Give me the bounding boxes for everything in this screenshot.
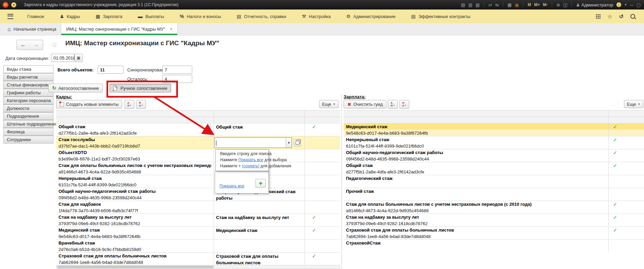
combobox-open-button[interactable] <box>294 139 301 146</box>
link-get-icon[interactable]: ⇄ <box>488 2 492 7</box>
table-row[interactable]: Стаж на надбавку за выслугу лет3793f79d-… <box>344 214 644 226</box>
table-row[interactable]: Стаж госслужбыd37fd7ae-dac1-443b-bbb2-0a… <box>56 136 340 149</box>
memory-mminus-button[interactable]: M- <box>543 2 548 7</box>
horizontal-scrollbar[interactable] <box>56 265 340 269</box>
calculator-icon[interactable]: ▦ <box>508 2 512 7</box>
add-new-button[interactable]: + <box>255 179 266 188</box>
table-row[interactable]: Непрерывный стаж6101c7fa-524f-44ff-8399-… <box>344 136 644 149</box>
table-row[interactable]: Стаж на надбавку за выслугу лет3793f79d-… <box>56 214 340 226</box>
main-menu-icon[interactable] <box>7 14 13 19</box>
search-icon[interactable] <box>630 14 635 19</box>
table-row[interactable]: Общий научно-педагогический стаж работы0… <box>56 188 340 201</box>
menu-item-5[interactable]: %Налоги и взносы <box>172 10 229 23</box>
sort-desc-button[interactable]: ЯА↓ <box>136 100 146 109</box>
table-row[interactable]: Педагогический стаж <box>344 175 644 188</box>
table-row[interactable]: Страховой стаж для оплаты больничных лис… <box>344 226 644 239</box>
menu-item-9[interactable]: ▤Эффективные контракты <box>403 10 478 23</box>
table-row[interactable]: Общий стажd277f5b1-2a8e-4dfa-afe3-2f6142… <box>344 162 644 175</box>
info-icon[interactable]: i <box>616 2 621 7</box>
table-row[interactable]: Стаж для оплаты больничных листов с учет… <box>344 201 644 214</box>
back-button[interactable]: ← <box>16 40 30 50</box>
right-more-button[interactable]: Еще ▼ <box>624 100 643 108</box>
current-user[interactable]: ♟ Администратор <box>576 2 613 7</box>
link-go-icon[interactable]: ⇆ <box>495 2 499 7</box>
calendar-icon[interactable]: ▣ <box>515 2 519 7</box>
sidebar-item-3[interactable]: Статьи финансирования <box>3 81 53 89</box>
print-icon[interactable]: ▥ <box>468 2 472 7</box>
sidebar-item-8[interactable]: Штатные подразделения <box>3 120 53 128</box>
tab-close-icon[interactable]: × <box>170 27 173 32</box>
combobox-dropdown-button[interactable]: ▼ <box>286 138 292 148</box>
create-inline-link[interactable]: (создать) <box>242 164 259 168</box>
add-favorite-icon[interactable]: ☆ <box>51 40 58 49</box>
table-row[interactable]: Стаж для оплаты больничных листов с учет… <box>56 162 340 175</box>
sidebar-item-2[interactable]: Виды расчетов <box>3 73 53 81</box>
create-elements-button[interactable]: Создать новые элементы <box>56 100 122 108</box>
menu-item-2[interactable]: ♟Кадры <box>52 10 88 23</box>
favorites-icon[interactable]: ☆ <box>607 13 612 20</box>
history-icon[interactable]: ↺ <box>619 13 624 20</box>
table-row[interactable]: Стаж для надбавок1f4da778-3a70-4439-b506… <box>56 201 340 214</box>
table-row[interactable]: Медицинский стаж9e548c63-d017-4e4a-b683-… <box>344 123 644 136</box>
table-row[interactable]: Непрерывный стаж6101c7fa-524f-44ff-8399-… <box>56 175 340 188</box>
calendar-picker-button[interactable]: ▣ <box>75 54 83 62</box>
save-icon[interactable]: ▤ <box>461 2 465 7</box>
sidebar-item-1[interactable]: Виды стажа <box>3 65 53 73</box>
sidebar-item-10[interactable]: Сотрудники <box>3 136 53 144</box>
panel-splitter[interactable] <box>342 95 342 269</box>
sidebar-item-9[interactable]: Физлица <box>3 128 53 136</box>
memory-mplus-button[interactable]: M+ <box>534 2 540 7</box>
menu-item-3[interactable]: ▦Зарплата <box>88 10 130 23</box>
system-menu-icon[interactable]: ▼ <box>11 2 16 7</box>
sidebar-item-7[interactable]: Подразделения <box>3 112 53 120</box>
minimize-button[interactable]: ─ <box>630 2 633 7</box>
table-row[interactable]: Общий стажd277f5b1-2a8e-4dfa-afe3-2f6142… <box>56 123 340 136</box>
mapped-value-combobox[interactable]: ▼ <box>214 137 292 148</box>
sidebar-item-4[interactable]: Графики работы <box>3 89 53 97</box>
info-dropdown-icon[interactable]: ▼ <box>624 3 627 6</box>
sync-checkmark: ✓ <box>613 227 617 233</box>
tab-sync-wizard[interactable]: ИМЦ: Мастер синхронизации с ГИС "Кадры М… <box>61 23 178 35</box>
sync-date-input[interactable]: 01.05.2018 <box>51 54 75 62</box>
left-more-button[interactable]: Еще ▼ <box>319 100 338 108</box>
show-all-link[interactable]: Показать все <box>219 184 244 188</box>
print-preview-icon[interactable]: ▧ <box>476 2 480 7</box>
clear-guid-button[interactable]: ✖ Очистить гуид <box>344 100 386 108</box>
show-all-inline-link[interactable]: Показать все <box>238 157 263 162</box>
remaining-input[interactable]: 4 <box>162 75 192 83</box>
total-objects-input[interactable]: 11 <box>98 66 123 74</box>
user-icon: ♟ <box>576 2 580 7</box>
menu-item-6[interactable]: ▤Отчетность, справки <box>229 10 294 23</box>
right-sort-desc-button[interactable]: ЯА↓ <box>399 100 409 109</box>
table-row[interactable]: Медицинский стаж9e548c63-d017-4e4a-b683-… <box>56 226 340 239</box>
memory-m-button[interactable]: M <box>528 2 531 7</box>
zoom-icon[interactable]: ⊕ <box>556 2 560 7</box>
sidebar-item-5[interactable]: Категории персонала <box>3 97 53 104</box>
row-guid: 3793f79d-09e6-49cf-9282-1618cdb78762 <box>59 221 140 227</box>
menu-item-1[interactable]: Главное <box>19 10 52 23</box>
auto-match-button[interactable]: ↻ Автосопоставление <box>48 84 103 93</box>
table-row[interactable]: Общий научно-педагогический стаж работы0… <box>344 149 644 162</box>
tab-home[interactable]: ⌂Начальная страница <box>3 23 61 35</box>
sidebar-item-6[interactable]: Должности <box>3 104 53 112</box>
maximize-button[interactable]: ▢ <box>637 2 641 7</box>
scrollbar-thumb[interactable] <box>57 266 214 268</box>
table-row[interactable]: Страховой стаж для оплаты больничных лис… <box>56 252 340 265</box>
refresh-icon: ↻ <box>52 85 56 91</box>
left-table-header-row <box>56 110 340 117</box>
table-row[interactable]: ОбъектXDTOb3e99e08-6978-11e2-bdf7-20cf30… <box>56 149 340 162</box>
right-sort-asc-button[interactable]: АЯ↓ <box>388 100 398 109</box>
menu-item-4[interactable]: ▬Выплаты <box>130 10 172 23</box>
all-functions-icon[interactable] <box>596 14 600 19</box>
table-row[interactable]: Врачебный стаж2d76c0a6-b52d-4b16-9c9c-f7… <box>56 239 340 252</box>
separator <box>608 201 609 214</box>
forward-button[interactable]: → <box>30 40 43 50</box>
manual-match-button[interactable]: ✎+ Ручное сопоставление <box>110 84 171 93</box>
sort-asc-button[interactable]: АЯ↓ <box>125 100 134 109</box>
synced-input[interactable]: 7 <box>162 66 192 74</box>
table-row[interactable]: Прочий стаж <box>344 188 644 201</box>
menu-item-8[interactable]: ⚙Администрирование <box>338 10 403 23</box>
split-view-icon[interactable]: ◫ <box>563 2 567 7</box>
menu-item-7[interactable]: ⚒Настройка <box>294 10 338 23</box>
table-row[interactable]: СтраховойСтаж <box>344 239 644 252</box>
